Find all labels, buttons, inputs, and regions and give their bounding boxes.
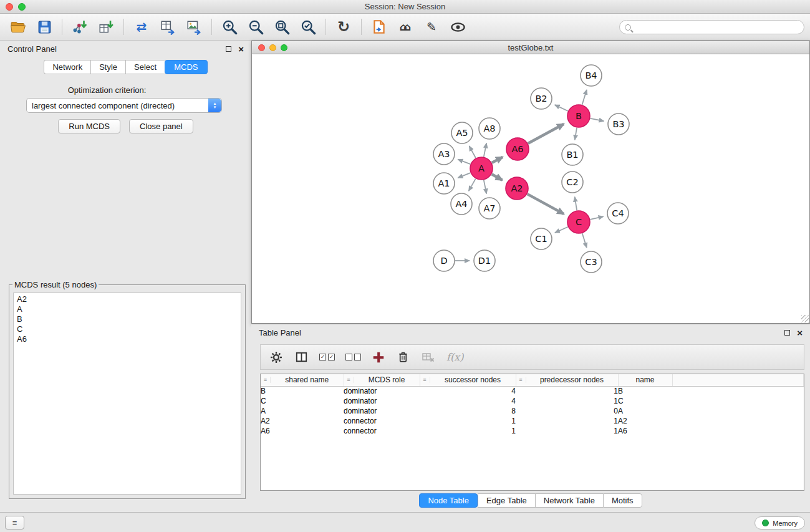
node-table[interactable]: ≡ shared name ≡ MCDS role ≡ successor no…: [260, 374, 804, 491]
close-panel-button[interactable]: Close panel: [129, 119, 193, 133]
mcds-result-item[interactable]: A: [17, 304, 238, 314]
graph-node-A4[interactable]: A4: [451, 193, 472, 215]
dropdown-stepper-icon[interactable]: ▴▾: [208, 99, 221, 112]
zoom-window-button[interactable]: [18, 3, 26, 11]
table-row[interactable]: A2connector11A2: [261, 416, 804, 426]
task-history-button[interactable]: ≡: [5, 516, 24, 530]
graph-node-A1[interactable]: A1: [433, 173, 455, 194]
graph-node-D[interactable]: D: [433, 250, 455, 271]
graph-edge-C-C4[interactable]: [591, 216, 604, 220]
memory-button[interactable]: Memory: [755, 516, 805, 530]
graph-node-B[interactable]: B: [567, 105, 590, 127]
graph-node-B2[interactable]: B2: [531, 88, 552, 109]
graph-edge-B-B2[interactable]: [555, 105, 568, 111]
sort-icon[interactable]: ≡: [420, 377, 430, 383]
network-file-button[interactable]: [366, 16, 392, 38]
graph-node-A3[interactable]: A3: [433, 143, 455, 165]
zoom-out-button[interactable]: [243, 16, 269, 38]
graph-edge-A-A7[interactable]: [484, 180, 486, 194]
close-table-panel-icon[interactable]: ×: [797, 328, 803, 337]
network-close-button[interactable]: [258, 44, 265, 51]
graph-edge-C-C2[interactable]: [575, 197, 577, 211]
optimization-criterion-select[interactable]: largest connected component (directed) ▴…: [26, 98, 222, 113]
show-columns-button[interactable]: [294, 350, 309, 364]
apply-function-button[interactable]: f(x): [446, 351, 463, 363]
table-row[interactable]: Adominator80A: [261, 406, 804, 416]
export-image-button[interactable]: [181, 16, 207, 38]
graph-node-B3[interactable]: B3: [608, 114, 629, 135]
window-resize-grip[interactable]: [801, 315, 809, 322]
delete-column-button[interactable]: [396, 350, 410, 364]
graph-node-C1[interactable]: C1: [531, 228, 552, 249]
graph-edge-A2-C[interactable]: [528, 194, 564, 214]
graph-edge-C-C1[interactable]: [555, 227, 568, 233]
new-table-button[interactable]: [155, 16, 181, 38]
annotation-pen-button[interactable]: ✎: [418, 16, 445, 38]
graph-edge-A6-B[interactable]: [528, 124, 564, 143]
close-window-button[interactable]: [6, 3, 13, 11]
graph-node-C[interactable]: C: [567, 211, 590, 233]
column-header-name[interactable]: name: [618, 374, 672, 386]
network-minimize-button[interactable]: [269, 44, 276, 51]
show-graphics-details-button[interactable]: [445, 16, 471, 38]
graph-edge-A-A2[interactable]: [492, 174, 503, 180]
close-panel-icon[interactable]: ×: [238, 44, 244, 54]
graph-node-C2[interactable]: C2: [562, 172, 583, 193]
graph-node-A7[interactable]: A7: [479, 198, 500, 219]
network-graph-svg[interactable]: B4B2BB3A8A5A6A3B1AC2A1A2A4A7C4CC1C3DD1: [252, 54, 809, 324]
deselect-all-columns-button[interactable]: ✓ ✓: [345, 354, 361, 360]
mcds-result-item[interactable]: A2: [17, 294, 238, 304]
tab-network[interactable]: Network: [44, 60, 90, 74]
graph-edge-A-A3[interactable]: [458, 160, 470, 165]
sort-icon[interactable]: ≡: [344, 377, 354, 383]
tab-network-table[interactable]: Network Table: [535, 493, 603, 508]
zoom-fit-button[interactable]: [269, 16, 295, 38]
table-row[interactable]: Cdominator41C: [261, 396, 804, 406]
add-column-button[interactable]: [372, 351, 385, 364]
tab-select[interactable]: Select: [125, 60, 165, 74]
import-network-button[interactable]: [67, 16, 93, 38]
sort-icon[interactable]: ≡: [261, 377, 271, 383]
graph-edge-A-A6[interactable]: [492, 157, 503, 163]
new-network-button[interactable]: ⇄: [128, 16, 155, 38]
graph-edge-C-C3[interactable]: [582, 233, 587, 248]
column-header-successor-nodes[interactable]: ≡ successor nodes: [420, 374, 516, 386]
graph-edge-B-B1[interactable]: [575, 128, 577, 140]
tab-mcds[interactable]: MCDS: [165, 60, 207, 74]
search-input[interactable]: [631, 23, 804, 32]
network-window-titlebar[interactable]: testGlobe.txt: [252, 41, 809, 54]
graph-node-A2[interactable]: A2: [506, 177, 528, 200]
graph-edge-A-A5[interactable]: [470, 146, 476, 158]
import-table-button[interactable]: [93, 16, 119, 38]
network-canvas[interactable]: B4B2BB3A8A5A6A3B1AC2A1A2A4A7C4CC1C3DD1: [252, 54, 809, 323]
graph-node-C4[interactable]: C4: [607, 203, 629, 224]
network-zoom-button[interactable]: [281, 44, 287, 51]
graph-edge-B-B3[interactable]: [591, 118, 604, 121]
table-settings-button[interactable]: [269, 350, 284, 365]
home-button[interactable]: ⌂⌂: [392, 16, 418, 38]
table-row[interactable]: A6connector11A6: [261, 426, 804, 436]
graph-node-A8[interactable]: A8: [479, 118, 500, 139]
zoom-selected-button[interactable]: [295, 16, 321, 38]
mcds-result-item[interactable]: A6: [17, 334, 238, 344]
graph-node-D1[interactable]: D1: [474, 250, 495, 271]
graph-edge-A-A8[interactable]: [484, 143, 486, 157]
run-mcds-button[interactable]: Run MCDS: [58, 119, 120, 133]
open-session-button[interactable]: [5, 16, 31, 38]
graph-node-C3[interactable]: C3: [581, 251, 602, 273]
float-table-panel-icon[interactable]: [784, 330, 790, 336]
mcds-result-list[interactable]: A2ABCA6: [13, 293, 241, 495]
graph-edge-B-B4[interactable]: [582, 90, 587, 105]
tab-edge-table[interactable]: Edge Table: [478, 493, 535, 508]
save-session-button[interactable]: [31, 16, 57, 38]
graph-node-A[interactable]: A: [470, 157, 493, 180]
column-header-shared-name[interactable]: ≡ shared name: [261, 374, 344, 386]
graph-node-B4[interactable]: B4: [581, 65, 602, 86]
select-all-columns-button[interactable]: ✓ ✓: [319, 354, 335, 360]
zoom-in-button[interactable]: [216, 16, 243, 38]
sort-icon[interactable]: ≡: [516, 377, 526, 383]
global-search-box[interactable]: [619, 20, 804, 34]
graph-edge-A-A1[interactable]: [458, 173, 470, 178]
refresh-button[interactable]: ↻: [330, 16, 357, 38]
tab-style[interactable]: Style: [90, 60, 125, 74]
